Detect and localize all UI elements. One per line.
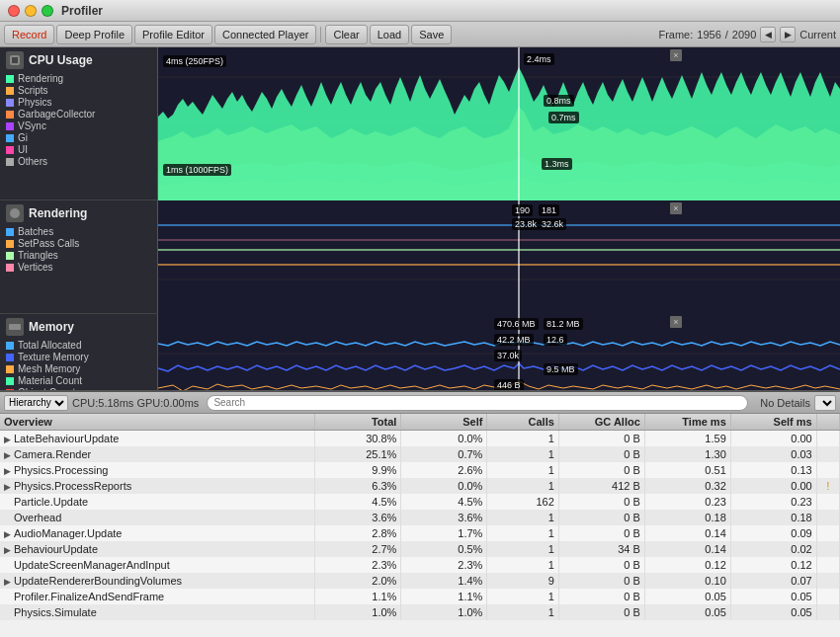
warn-cell (816, 510, 839, 525)
table-container[interactable]: Overview Total Self Calls GC Alloc Time … (0, 414, 840, 637)
expand-arrow[interactable]: ▶ (4, 545, 14, 555)
expand-arrow[interactable]: ▶ (4, 450, 14, 460)
memory-panel: × Memory Total Allocated Texture Memory … (0, 314, 840, 390)
clear-button[interactable]: Clear (325, 25, 367, 44)
row-self: 0.0% (401, 478, 487, 494)
minimize-control[interactable] (25, 5, 37, 17)
row-name: UpdateScreenManagerAndInput (0, 557, 315, 573)
row-self: 1.7% (401, 525, 487, 541)
warn-cell (816, 604, 839, 620)
table-row[interactable]: Particle.Update4.5%4.5%1620 B0.230.23 (0, 494, 840, 510)
row-calls: 1 (487, 604, 558, 620)
memory-chart[interactable]: 470.6 MB 42.2 MB 37.0k 81.2 MB 12.6 9.5 … (158, 314, 840, 390)
svg-rect-14 (9, 324, 21, 330)
row-self: 1.1% (401, 589, 487, 604)
prev-frame-button[interactable]: ◀ (760, 27, 776, 42)
profile-editor-button[interactable]: Profile Editor (134, 25, 212, 44)
expand-arrow[interactable]: ▶ (4, 482, 14, 492)
mem-label-422mb: 42.2 MB (494, 334, 534, 346)
cpu-close-btn[interactable]: × (670, 49, 682, 61)
expand-arrow[interactable]: ▶ (4, 435, 14, 444)
mem-label-126: 12.6 (544, 334, 567, 346)
table-row[interactable]: ▶ LateBehaviourUpdate30.8%0.0%10 B1.590.… (0, 431, 840, 447)
table-row[interactable]: ▶ Physics.Processing9.9%2.6%10 B0.510.13 (0, 462, 840, 478)
row-name: ▶ Physics.Processing (0, 462, 315, 478)
row-calls: 1 (487, 541, 558, 557)
row-calls: 1 (487, 478, 558, 494)
record-button[interactable]: Record (4, 25, 54, 44)
table-row[interactable]: Physics.Simulate1.0%1.0%10 B0.050.05 (0, 604, 840, 620)
row-selfms: 0.23 (730, 494, 816, 510)
table-row[interactable]: Profiler.FinalizeAndSendFrame1.1%1.1%10 … (0, 589, 840, 604)
window-controls[interactable] (8, 5, 53, 17)
table-row[interactable]: ▶ BehaviourUpdate2.7%0.5%134 B0.140.02 (0, 541, 840, 557)
col-overview-header: Overview (0, 414, 315, 431)
save-button[interactable]: Save (411, 25, 452, 44)
row-calls: 1 (487, 525, 558, 541)
row-self: 0.5% (401, 541, 487, 557)
table-row[interactable]: ▶ Physics.ProcessReports6.3%0.0%1412 B0.… (0, 478, 840, 494)
row-selfms: 0.12 (730, 557, 816, 573)
row-total: 3.6% (315, 510, 401, 525)
rendering-close-btn[interactable]: × (670, 202, 682, 214)
row-name: ▶ LateBehaviourUpdate (0, 431, 315, 447)
cpu-label-08ms: 0.8ms (544, 95, 574, 107)
rendering-title: Rendering (29, 206, 87, 220)
row-timems: 0.12 (644, 557, 730, 573)
col-gcalloc-header: GC Alloc (558, 414, 644, 431)
row-self: 4.5% (401, 494, 487, 510)
rendering-label-326k: 32.6k (539, 218, 566, 230)
col-timems-header: Time ms (644, 414, 730, 431)
row-total: 4.5% (315, 494, 401, 510)
warn-icon: ! (826, 481, 829, 492)
details-select[interactable] (814, 395, 836, 411)
memory-close-btn[interactable]: × (670, 316, 682, 328)
row-name: ▶ Camera.Render (0, 446, 315, 462)
connected-player-button[interactable]: Connected Player (214, 25, 316, 44)
toolbar: Record Deep Profile Profile Editor Conne… (0, 22, 840, 47)
hierarchy-select[interactable]: Hierarchy (4, 395, 68, 411)
search-input[interactable] (207, 395, 748, 411)
next-frame-button[interactable]: ▶ (780, 27, 796, 42)
warn-cell (816, 589, 839, 604)
expand-arrow[interactable]: ▶ (4, 466, 14, 476)
table-row[interactable]: Overhead3.6%3.6%10 B0.180.18 (0, 510, 840, 525)
warn-cell: ! (816, 478, 839, 494)
memory-legend: Memory Total Allocated Texture Memory Me… (0, 314, 158, 390)
row-selfms: 0.18 (730, 510, 816, 525)
cpu-label-13ms: 1.3ms (542, 158, 572, 170)
current-label: Current (799, 29, 836, 40)
row-calls: 1 (487, 462, 558, 478)
expand-arrow[interactable]: ▶ (4, 577, 14, 587)
close-control[interactable] (8, 5, 20, 17)
table-row[interactable]: UpdateScreenManagerAndInput2.3%2.3%10 B0… (0, 557, 840, 573)
row-calls: 1 (487, 557, 558, 573)
warn-cell (816, 494, 839, 510)
load-button[interactable]: Load (370, 25, 409, 44)
row-timems: 0.05 (644, 604, 730, 620)
row-timems: 1.30 (644, 446, 730, 462)
table-row[interactable]: ▶ AudioManager.Update2.8%1.7%10 B0.140.0… (0, 525, 840, 541)
cpu-label-1ms: 1ms (1000FPS) (163, 164, 231, 176)
row-total: 1.0% (315, 604, 401, 620)
row-calls: 1 (487, 431, 558, 447)
cpu-panel: × CPU Usage Rendering Scripts Physics Ga… (0, 47, 840, 200)
col-warn-header (816, 414, 839, 431)
mem-label-95mb: 9.5 MB (544, 363, 578, 375)
row-selfms: 0.05 (730, 604, 816, 620)
expand-arrow[interactable]: ▶ (4, 529, 14, 539)
deep-profile-button[interactable]: Deep Profile (56, 25, 132, 44)
cpu-chart[interactable]: 4ms (250FPS) 1ms (1000FPS) 2.4ms 0.8ms 0… (158, 47, 840, 200)
row-timems: 0.32 (644, 478, 730, 494)
row-calls: 162 (487, 494, 558, 510)
table-row[interactable]: ▶ UpdateRendererBoundingVolumes2.0%1.4%9… (0, 573, 840, 589)
row-timems: 0.05 (644, 589, 730, 604)
maximize-control[interactable] (42, 5, 53, 17)
rendering-chart[interactable]: 190 23.8k 181 32.6k (158, 200, 840, 314)
table-row[interactable]: ▶ Camera.Render25.1%0.7%10 B1.300.03 (0, 446, 840, 462)
col-self-header: Self (401, 414, 487, 431)
rendering-label-238k: 23.8k (512, 218, 540, 230)
row-gcalloc: 0 B (558, 431, 644, 447)
warn-cell (816, 525, 839, 541)
row-name: ▶ UpdateRendererBoundingVolumes (0, 573, 315, 589)
